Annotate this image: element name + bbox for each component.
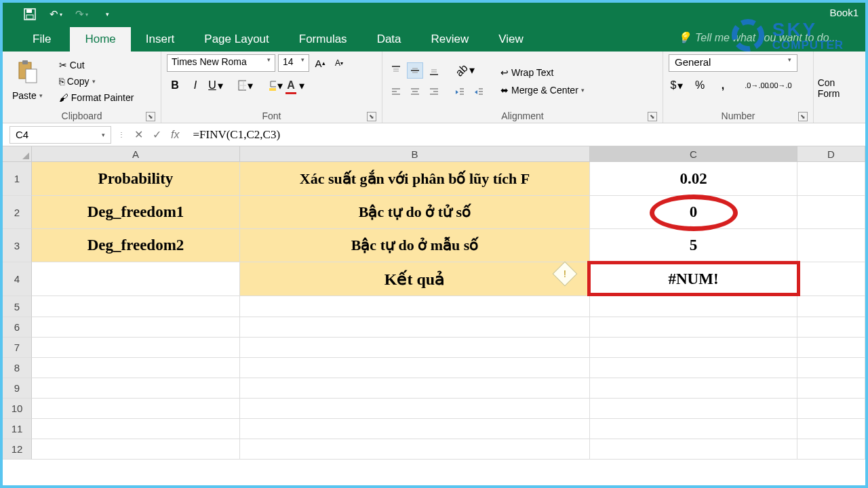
tab-view[interactable]: View [484,27,538,52]
number-format-select[interactable]: General▾ [669,54,797,72]
clipboard-dialog-launcher[interactable]: ⬊ [146,112,155,121]
cell-A2[interactable]: Deg_freedom1 [32,196,240,229]
cell-D5[interactable] [797,296,865,317]
font-name-select[interactable]: Times New Roma▾ [167,54,275,72]
align-left-icon[interactable] [388,84,404,100]
cell-B8[interactable] [240,358,590,378]
cell-C11[interactable] [590,419,797,439]
cancel-formula-icon[interactable]: ✕ [134,128,143,141]
cell-A4[interactable] [32,262,240,296]
cell-C9[interactable] [590,378,797,399]
fill-color-button[interactable]: ▾ [267,77,283,94]
cell-B2[interactable]: Bậc tự do ở tử số [240,196,590,229]
tab-home[interactable]: Home [70,27,130,52]
row-header-8[interactable]: 8 [3,358,32,378]
row-header-5[interactable]: 5 [3,296,32,317]
cell-D2[interactable] [797,196,865,229]
cell-D3[interactable] [797,229,865,262]
font-color-button[interactable]: A▾ [288,77,304,94]
percent-format-button[interactable]: % [692,77,708,94]
name-box[interactable]: C4▾ [9,126,111,144]
row-header-9[interactable]: 9 [3,378,32,399]
cell-D4[interactable] [797,262,865,296]
cell-A6[interactable] [32,317,240,338]
row-header-6[interactable]: 6 [3,317,32,338]
increase-indent-icon[interactable] [471,84,487,100]
cell-D7[interactable] [797,338,865,358]
cell-C7[interactable] [590,338,797,358]
increase-decimal-icon[interactable]: .0→.00 [749,77,765,94]
cell-D6[interactable] [797,317,865,338]
cell-C1[interactable]: 0.02 [590,162,797,196]
col-header-D[interactable]: D [797,146,865,162]
undo-icon[interactable]: ↶▾ [49,7,62,21]
col-header-A[interactable]: A [32,146,240,162]
row-header-12[interactable]: 12 [3,439,32,460]
formula-input[interactable]: =FINV(C1,C2,C3) [193,128,280,142]
alignment-dialog-launcher[interactable]: ⬊ [648,112,657,121]
cell-A12[interactable] [32,439,240,460]
row-header-4[interactable]: 4 [3,262,32,296]
align-middle-icon[interactable] [407,62,423,79]
cell-C10[interactable] [590,399,797,419]
align-bottom-icon[interactable] [426,62,442,79]
cell-A1[interactable]: Probability [32,162,240,196]
borders-button[interactable]: ▾ [237,77,254,94]
font-dialog-launcher[interactable]: ⬊ [367,112,376,121]
cell-C3[interactable]: 5 [590,229,797,262]
cell-B1[interactable]: Xác suất gắn với phân bố lũy tích F [240,162,590,196]
cell-B7[interactable] [240,338,590,358]
redo-icon[interactable]: ↷▾ [75,7,88,21]
format-painter-button[interactable]: 🖌Format Painter [55,90,138,105]
enter-formula-icon[interactable]: ✓ [153,128,161,141]
row-header-7[interactable]: 7 [3,338,32,358]
row-header-11[interactable]: 11 [3,419,32,439]
qat-customize-icon[interactable]: ▾ [100,7,114,21]
align-right-icon[interactable] [426,84,442,100]
cell-D9[interactable] [797,378,865,399]
cell-B10[interactable] [240,399,590,419]
cell-B9[interactable] [240,378,590,399]
row-header-3[interactable]: 3 [3,229,32,262]
cell-B4[interactable]: Kết quả [240,262,590,296]
paste-icon[interactable] [16,60,38,87]
number-dialog-launcher[interactable]: ⬊ [798,112,808,121]
cell-A9[interactable] [32,378,240,399]
cell-B6[interactable] [240,317,590,338]
cell-C4[interactable]: #NUM! [590,262,797,296]
copy-button[interactable]: ⎘Copy▾ [55,74,138,89]
paste-button[interactable]: Paste▾ [8,88,47,103]
col-header-B[interactable]: B [240,146,590,162]
fx-icon[interactable]: fx [171,129,179,141]
col-header-C[interactable]: C [590,146,797,162]
row-header-1[interactable]: 1 [3,162,32,196]
cell-C6[interactable] [590,317,797,338]
bold-button[interactable]: B [167,77,183,94]
wrap-text-button[interactable]: ↩Wrap Text [496,65,589,80]
tab-insert[interactable]: Insert [131,27,190,52]
save-icon[interactable] [23,7,37,21]
cell-A11[interactable] [32,419,240,439]
cell-A3[interactable]: Deg_freedom2 [32,229,240,262]
tab-file[interactable]: File [18,27,66,52]
cell-A5[interactable] [32,296,240,317]
formula-options-icon[interactable]: ⋮ [118,131,125,138]
decrease-indent-icon[interactable] [452,84,468,100]
underline-button[interactable]: U▾ [208,77,224,94]
cell-B5[interactable] [240,296,590,317]
cell-D11[interactable] [797,419,865,439]
cell-B11[interactable] [240,419,590,439]
tab-formulas[interactable]: Formulas [284,27,362,52]
tab-data[interactable]: Data [362,27,416,52]
cell-D8[interactable] [797,358,865,378]
cell-C12[interactable] [590,439,797,460]
cut-button[interactable]: ✂Cut [55,58,138,73]
cell-A8[interactable] [32,358,240,378]
row-header-2[interactable]: 2 [3,196,32,229]
orientation-button[interactable]: ab▾ [452,62,479,79]
align-top-icon[interactable] [388,62,404,79]
font-size-select[interactable]: 14▾ [278,54,309,72]
italic-button[interactable]: I [187,77,203,94]
align-center-icon[interactable] [407,84,423,100]
decrease-font-icon[interactable]: A▾ [331,55,347,71]
